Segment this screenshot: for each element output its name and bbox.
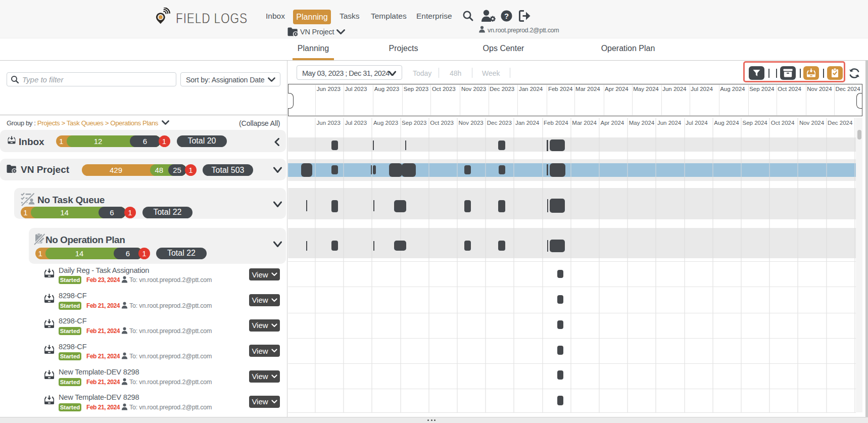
svg-text:?: ? [504,12,509,20]
